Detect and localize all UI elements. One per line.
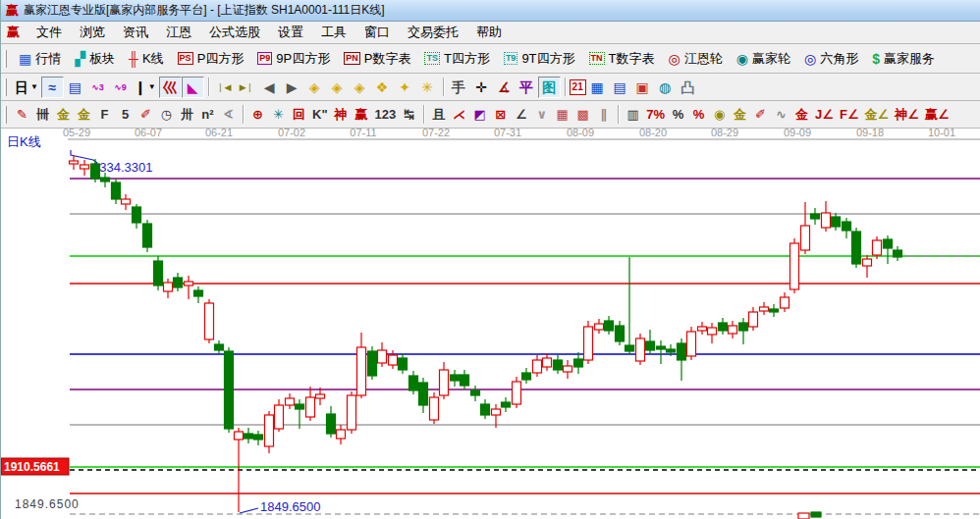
first-bar-button[interactable]: ❘◀ bbox=[213, 77, 236, 98]
p9-square-button[interactable]: P99P四方形 bbox=[250, 50, 337, 68]
menu-item-4[interactable]: 公式选股 bbox=[200, 22, 269, 43]
gann-fan-box-button[interactable]: ◩ bbox=[469, 104, 490, 126]
j-angle-button[interactable]: J∠ bbox=[812, 104, 837, 126]
numbers-grid-button[interactable]: 123 bbox=[372, 104, 400, 126]
crosshair-tool-button[interactable]: ✛ bbox=[470, 77, 493, 98]
angle-measure-button[interactable]: ∡ bbox=[493, 77, 516, 98]
gann-fan-square-button[interactable]: ⊠ bbox=[490, 104, 511, 126]
red-grid-button[interactable]: ▦ bbox=[552, 104, 572, 126]
gann-diamond-right-button[interactable]: ◈ bbox=[326, 77, 349, 98]
info-list-button[interactable]: ▤ bbox=[64, 77, 86, 98]
percent-line-button[interactable]: % bbox=[688, 104, 709, 126]
gold-red-button[interactable]: 金 bbox=[791, 104, 812, 126]
wave-3-button[interactable]: ∿3 bbox=[86, 77, 109, 98]
f-angle-button[interactable]: F∠ bbox=[837, 104, 862, 126]
f-grid-button[interactable]: F bbox=[94, 104, 115, 126]
parallel-lines-button[interactable]: ∥ bbox=[593, 104, 614, 126]
price-frame-button[interactable]: 且 bbox=[428, 104, 449, 126]
brain-map-button[interactable]: 图 bbox=[538, 77, 561, 98]
menu-item-5[interactable]: 设置 bbox=[269, 22, 312, 43]
wave-9-button[interactable]: ∿9 bbox=[109, 77, 132, 98]
p-number-table-button[interactable]: PNP数字表 bbox=[337, 50, 417, 68]
ying-lines-button[interactable]: 赢 bbox=[352, 104, 372, 126]
calculator-button[interactable]: ▦ bbox=[586, 77, 609, 98]
profile-flag-button[interactable]: ◣ bbox=[182, 77, 204, 98]
hexagon-button[interactable]: ◎六角形 bbox=[797, 50, 865, 68]
menu-item-0[interactable]: 文件 bbox=[27, 22, 71, 43]
menu-item-9[interactable]: 帮助 bbox=[467, 22, 511, 43]
period-day-button[interactable]: 日▼ bbox=[12, 77, 41, 98]
gann-wheel-button[interactable]: ◎江恩轮 bbox=[662, 50, 730, 68]
percent-7-button[interactable]: 7% bbox=[643, 104, 668, 126]
hand-tool-button[interactable]: 手 bbox=[448, 77, 470, 98]
pencil-bar-button[interactable]: ✐ bbox=[750, 104, 771, 126]
candle-style-button[interactable]: ❙▼ bbox=[132, 77, 159, 98]
menu-item-3[interactable]: 江恩 bbox=[157, 22, 200, 43]
gann-diamond-plus-button[interactable]: ✦ bbox=[394, 77, 416, 98]
quotes-button[interactable]: ▦行情 bbox=[12, 50, 68, 68]
grid-lines-button[interactable]: 卌 bbox=[32, 104, 53, 126]
gann-diamond-x-button[interactable]: ❖ bbox=[371, 77, 394, 98]
winner-service-button[interactable]: $赢家服务 bbox=[865, 50, 942, 68]
t-square-button[interactable]: TST四方形 bbox=[417, 50, 496, 68]
chart-table-button[interactable]: ▥ bbox=[623, 104, 643, 126]
winner-wheel-button[interactable]: ◉赢家轮 bbox=[730, 50, 797, 68]
gold-circle-button[interactable]: ◉ bbox=[709, 104, 730, 126]
prev-bar-button[interactable]: ◀ bbox=[258, 77, 281, 98]
tick-lines-button[interactable]: 卅 bbox=[177, 104, 197, 126]
web-save-button[interactable]: ◍ bbox=[654, 77, 677, 98]
gold-angle-button[interactable]: 金∠ bbox=[862, 104, 893, 126]
last-bar-button[interactable]: ▶❘ bbox=[236, 77, 258, 98]
gann-diamond-left-button[interactable]: ◈ bbox=[303, 77, 326, 98]
title-bar[interactable]: 赢 赢家江恩专业版[赢家内部服务平台] - [上证指数 SH1A0001-111… bbox=[1, 0, 980, 22]
time-cycle-button[interactable]: ◷ bbox=[156, 104, 177, 126]
p-square-button[interactable]: PSP四方形 bbox=[171, 50, 251, 68]
gann-shape-button[interactable]: 平 bbox=[516, 77, 538, 98]
menu-item-6[interactable]: 工具 bbox=[312, 22, 355, 43]
gann-diamond-all-button[interactable]: ✳ bbox=[416, 77, 439, 98]
gann-diamond-h-button[interactable]: ◈ bbox=[349, 77, 371, 98]
draw-pencil-button[interactable]: ✎ bbox=[12, 104, 32, 126]
zigzag-window-button[interactable]: ≈ bbox=[41, 77, 64, 98]
trend-rays-button[interactable]: ∠ bbox=[511, 104, 531, 126]
gold-grid-1-button[interactable]: 金 bbox=[53, 104, 74, 126]
k-wave-button[interactable]: K" bbox=[309, 104, 331, 126]
t9-square-button[interactable]: T99T四方形 bbox=[497, 50, 582, 68]
toolbar-gripper[interactable] bbox=[4, 106, 7, 124]
chart-area[interactable]: 日K线05-2906-0706-2107-0207-1107-2207-3108… bbox=[1, 129, 980, 519]
menu-item-8[interactable]: 交易委托 bbox=[399, 22, 467, 43]
v-dotted-button[interactable]: ∨ bbox=[531, 104, 552, 126]
t-number-table-button[interactable]: TNT数字表 bbox=[582, 50, 662, 68]
calendar-21-button[interactable]: 21 bbox=[570, 79, 586, 95]
next-bar-button[interactable]: ▶ bbox=[281, 77, 303, 98]
shen-lines-button[interactable]: 神 bbox=[331, 104, 352, 126]
wave-tool-button[interactable]: ∿ bbox=[771, 104, 791, 126]
span-arrows-button[interactable]: ↹ bbox=[399, 104, 419, 126]
spiral-5-button[interactable]: 5 bbox=[115, 104, 136, 126]
menu-item-2[interactable]: 资讯 bbox=[114, 22, 157, 43]
grid-arrow-button[interactable]: ▩ bbox=[572, 104, 593, 126]
gold-line-button[interactable]: 金 bbox=[730, 104, 750, 126]
print-button[interactable]: 凸 bbox=[677, 77, 699, 98]
candlestick-chart[interactable]: 日K线05-2906-0706-2107-0207-1107-2207-3108… bbox=[1, 129, 980, 519]
save-button[interactable]: ▣ bbox=[631, 77, 654, 98]
toolbar-gripper[interactable] bbox=[4, 50, 7, 68]
toolbar-gripper[interactable] bbox=[4, 78, 7, 96]
angle-mark-button[interactable]: ∢ bbox=[218, 104, 239, 126]
notes-button[interactable]: ▤ bbox=[609, 77, 631, 98]
square-spiral-button[interactable]: 回 bbox=[289, 104, 309, 126]
percent-button[interactable]: % bbox=[668, 104, 688, 126]
menu-item-1[interactable]: 浏览 bbox=[71, 22, 114, 43]
circle-cross-button[interactable]: ⊕ bbox=[247, 104, 268, 126]
menu-item-7[interactable]: 窗口 bbox=[355, 22, 399, 43]
gold-grid-2-button[interactable]: 金 bbox=[74, 104, 94, 126]
menu-logo-icon[interactable]: 赢 bbox=[7, 24, 20, 41]
ying-angle-button[interactable]: 赢∠ bbox=[922, 104, 953, 126]
blocks-button[interactable]: ▞板块 bbox=[68, 50, 122, 68]
n-squared-button[interactable]: n² bbox=[197, 104, 218, 126]
shen-angle-button[interactable]: 神∠ bbox=[892, 104, 922, 126]
gann-fan-button[interactable]: ⋌ bbox=[449, 104, 469, 126]
pattern-map-button[interactable]: 巛 bbox=[159, 77, 182, 98]
pencil-ruler-button[interactable]: ✐ bbox=[136, 104, 156, 126]
star-cycle-button[interactable]: ✳ bbox=[268, 104, 289, 126]
